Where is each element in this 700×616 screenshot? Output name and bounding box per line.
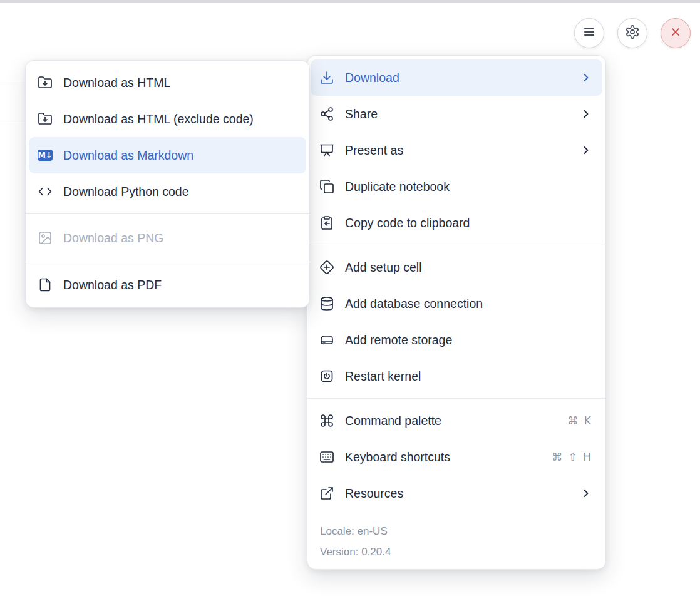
download-icon [319,70,334,85]
menu-item-download-python-code[interactable]: Download Python code [29,173,306,210]
clipboard-copy-icon [319,215,334,230]
menu-item-command-palette[interactable]: Command palette⌘ K [311,403,602,439]
menu-item-add-setup-cell[interactable]: Add setup cell [311,249,602,285]
menu-item-download-as-png: Download as PNG [29,220,306,256]
menu-section: Download as PNG [26,214,309,262]
menu-item-restart-kernel[interactable]: Restart kernel [311,358,602,394]
menu-item-label: Add setup cell [345,260,592,275]
menu-item-download-as-html-exclude-code[interactable]: Download as HTML (exclude code) [29,101,306,137]
share-icon [319,106,334,121]
menu-item-label: Keyboard shortcuts [345,450,552,465]
menu-item-label: Restart kernel [345,369,592,384]
background-cell-border [0,83,26,83]
gear-icon [625,24,640,42]
menu-item-label: Present as [345,143,580,158]
top-divider [0,0,700,3]
menu-item-label: Download as HTML [63,76,296,90]
keyboard-icon [319,449,334,465]
menu-item-label: Download as Markdown [63,148,296,163]
chevron-right-icon [580,108,592,120]
menu-item-label: Download [345,71,580,85]
close-icon [669,25,682,41]
hamburger-icon [582,24,597,42]
menu-item-keyboard-shortcuts[interactable]: Keyboard shortcuts⌘ ⇧ H [311,439,602,475]
folder-down-icon [38,111,53,126]
menu-item-resources[interactable]: Resources [311,475,602,511]
presentation-icon [319,143,334,158]
command-icon [319,413,334,428]
menu-item-label: Download Python code [63,185,296,199]
notebook-action-buttons [574,18,691,48]
folder-down-icon [38,75,53,90]
hard-drive-icon [319,332,334,347]
menu-item-share[interactable]: Share [311,96,602,132]
file-icon [38,277,53,292]
menu-item-download-as-markdown[interactable]: M↓Download as Markdown [29,137,306,173]
menu-item-download-as-pdf[interactable]: Download as PDF [29,267,306,303]
database-icon [319,296,334,311]
chevron-right-icon [580,71,592,84]
menu-item-label: Add remote storage [345,333,592,347]
menu-item-label: Duplicate notebook [345,180,592,194]
menu-item-add-remote-storage[interactable]: Add remote storage [311,322,602,358]
chevron-right-icon [580,487,592,500]
menu-button[interactable] [574,18,604,48]
menu-item-present-as[interactable]: Present as [311,132,602,168]
menu-item-copy-code-to-clipboard[interactable]: Copy code to clipboard [311,205,602,241]
menu-section: Add setup cellAdd database connectionAdd… [307,245,605,399]
app-canvas: DownloadSharePresent asDuplicate noteboo… [0,0,700,616]
settings-button[interactable] [617,18,647,48]
menu-item-download-as-html[interactable]: Download as HTML [29,64,306,101]
menu-item-duplicate-notebook[interactable]: Duplicate notebook [311,168,602,205]
notebook-actions-menu: DownloadSharePresent asDuplicate noteboo… [307,55,606,570]
background-cell-border [0,125,26,125]
version-text: Version: 0.20.4 [320,542,593,562]
image-icon [38,230,53,245]
menu-item-label: Add database connection [345,297,592,311]
menu-section: Download as HTMLDownload as HTML (exclud… [26,61,309,214]
close-button[interactable] [661,18,691,48]
markdown-icon: M↓ [38,148,53,163]
menu-item-label: Download as PDF [63,278,296,292]
menu-section: DownloadSharePresent asDuplicate noteboo… [307,56,605,245]
code-icon [38,184,53,199]
chevron-right-icon [580,144,592,157]
copy-icon [319,179,334,194]
menu-item-add-database-connection[interactable]: Add database connection [311,285,602,322]
menu-item-label: Download as HTML (exclude code) [63,112,296,126]
menu-item-label: Download as PNG [63,231,296,245]
menu-item-label: Resources [345,486,580,501]
menu-item-label: Copy code to clipboard [345,216,592,230]
menu-footer: Locale: en-US Version: 0.20.4 [307,515,605,569]
menu-item-label: Command palette [345,414,567,428]
shortcut-hint: ⌘ ⇧ H [552,451,592,463]
power-square-icon [319,369,334,384]
menu-item-download[interactable]: Download [311,59,602,96]
download-submenu: Download as HTMLDownload as HTML (exclud… [25,60,310,308]
menu-section: Command palette⌘ KKeyboard shortcuts⌘ ⇧ … [307,399,605,515]
diamond-plus-icon [319,260,334,275]
locale-text: Locale: en-US [320,521,593,542]
main-menu-sections: DownloadSharePresent asDuplicate noteboo… [307,56,605,515]
external-link-icon [319,486,334,501]
shortcut-hint: ⌘ K [567,414,592,427]
menu-item-label: Share [345,107,580,121]
menu-section: Download as PDF [26,262,309,307]
